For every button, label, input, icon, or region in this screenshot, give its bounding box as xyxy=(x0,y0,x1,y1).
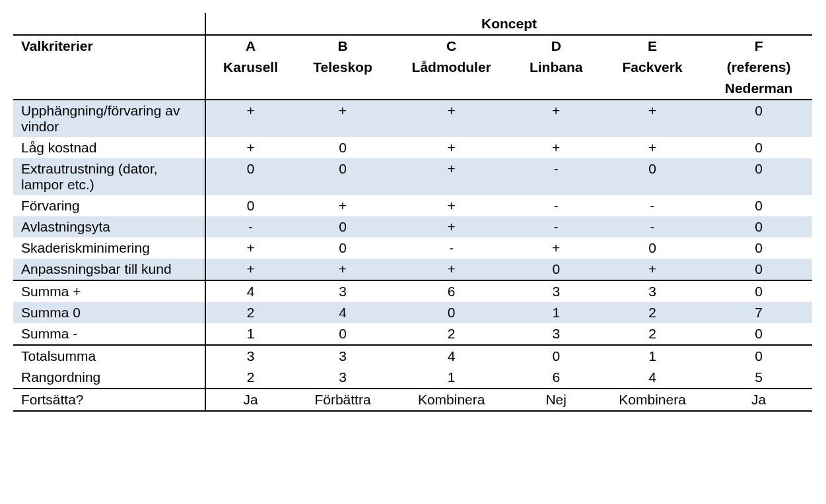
sum-zero-value: 4 xyxy=(295,302,390,323)
col-name-E: Fackverk xyxy=(600,57,705,78)
criteria-value: 0 xyxy=(295,158,390,195)
rank-row: Rangordning 2 3 1 6 4 5 xyxy=(13,367,812,389)
sum-zero-value: 1 xyxy=(512,302,600,323)
sum-minus-value: 2 xyxy=(600,323,705,345)
criteria-label: Skaderiskminimering xyxy=(13,237,205,259)
continue-value: Ja xyxy=(705,389,812,411)
sum-zero-row: Summa 0 2 4 0 1 2 7 xyxy=(13,302,812,323)
col-letter-F: F xyxy=(705,35,812,57)
criteria-value: + xyxy=(390,216,513,237)
valkriterier-header: Valkriterier xyxy=(13,35,205,57)
criteria-value: - xyxy=(512,216,600,237)
criteria-value: + xyxy=(205,137,295,158)
criteria-value: + xyxy=(512,137,600,158)
sum-minus-row: Summa - 1 0 2 3 2 0 xyxy=(13,323,812,345)
col-extra-F: Nederman xyxy=(705,78,812,100)
continue-row: Fortsätta? Ja Förbättra Kombinera Nej Ko… xyxy=(13,389,812,411)
sum-plus-row: Summa + 4 3 6 3 3 0 xyxy=(13,280,812,302)
pugh-matrix-table: Koncept Valkriterier A B C D E F Karusel… xyxy=(13,13,812,412)
sum-zero-value: 0 xyxy=(390,302,513,323)
col-extra-B xyxy=(295,78,390,100)
criteria-value: - xyxy=(205,216,295,237)
continue-value: Nej xyxy=(512,389,600,411)
criteria-value: + xyxy=(390,158,513,195)
criteria-value: + xyxy=(295,100,390,137)
sum-zero-label: Summa 0 xyxy=(13,302,205,323)
criteria-value: 0 xyxy=(705,158,812,195)
col-letter-E: E xyxy=(600,35,705,57)
col-letter-B: B xyxy=(295,35,390,57)
col-name-F: (referens) xyxy=(705,57,812,78)
criteria-value: + xyxy=(390,195,513,216)
col-name-A: Karusell xyxy=(205,57,295,78)
criteria-row: Anpassningsbar till kund + + + 0 + 0 xyxy=(13,259,812,280)
criteria-value: - xyxy=(600,195,705,216)
criteria-row: Upphängning/förvaring av vindor + + + + … xyxy=(13,100,812,137)
criteria-value: 0 xyxy=(295,237,390,259)
col-extra-C xyxy=(390,78,513,100)
criteria-row: Låg kostnad + 0 + + + 0 xyxy=(13,137,812,158)
sum-minus-value: 0 xyxy=(705,323,812,345)
criteria-value: 0 xyxy=(705,237,812,259)
col-letter-A: A xyxy=(205,35,295,57)
criteria-value: 0 xyxy=(295,137,390,158)
rank-value: 1 xyxy=(390,367,513,389)
header-blank-2 xyxy=(13,57,205,78)
criteria-row: Skaderiskminimering + 0 - + 0 0 xyxy=(13,237,812,259)
criteria-row: Förvaring 0 + + - - 0 xyxy=(13,195,812,216)
criteria-value: + xyxy=(600,259,705,280)
criteria-value: - xyxy=(390,237,513,259)
continue-value: Kombinera xyxy=(390,389,513,411)
sum-minus-value: 3 xyxy=(512,323,600,345)
total-value: 4 xyxy=(390,345,513,367)
criteria-label: Extrautrustning (dator, lampor etc.) xyxy=(13,158,205,195)
total-value: 0 xyxy=(512,345,600,367)
sum-plus-value: 3 xyxy=(295,280,390,302)
sum-minus-value: 2 xyxy=(390,323,513,345)
criteria-label: Anpassningsbar till kund xyxy=(13,259,205,280)
criteria-value: + xyxy=(205,100,295,137)
col-name-B: Teleskop xyxy=(295,57,390,78)
total-label: Totalsumma xyxy=(13,345,205,367)
criteria-row: Avlastningsyta - 0 + - - 0 xyxy=(13,216,812,237)
rank-value: 4 xyxy=(600,367,705,389)
continue-value: Kombinera xyxy=(600,389,705,411)
sum-plus-value: 6 xyxy=(390,280,513,302)
sum-minus-value: 0 xyxy=(295,323,390,345)
criteria-value: 0 xyxy=(705,195,812,216)
sum-plus-value: 4 xyxy=(205,280,295,302)
criteria-value: + xyxy=(390,137,513,158)
sum-plus-value: 3 xyxy=(512,280,600,302)
criteria-value: + xyxy=(205,259,295,280)
col-name-C: Lådmoduler xyxy=(390,57,513,78)
rank-label: Rangordning xyxy=(13,367,205,389)
sum-zero-value: 2 xyxy=(600,302,705,323)
criteria-value: 0 xyxy=(600,237,705,259)
sum-plus-value: 0 xyxy=(705,280,812,302)
total-value: 0 xyxy=(705,345,812,367)
criteria-value: - xyxy=(512,158,600,195)
koncept-header: Koncept xyxy=(205,13,812,35)
sum-zero-value: 7 xyxy=(705,302,812,323)
col-extra-D xyxy=(512,78,600,100)
sum-minus-value: 1 xyxy=(205,323,295,345)
criteria-label: Avlastningsyta xyxy=(13,216,205,237)
header-blank xyxy=(13,13,205,35)
criteria-value: 0 xyxy=(705,100,812,137)
rank-value: 6 xyxy=(512,367,600,389)
total-value: 3 xyxy=(295,345,390,367)
continue-label: Fortsätta? xyxy=(13,389,205,411)
col-letter-D: D xyxy=(512,35,600,57)
rank-value: 5 xyxy=(705,367,812,389)
col-name-D: Linbana xyxy=(512,57,600,78)
criteria-value: - xyxy=(600,216,705,237)
col-extra-A xyxy=(205,78,295,100)
criteria-value: + xyxy=(205,237,295,259)
criteria-value: 0 xyxy=(705,216,812,237)
criteria-value: + xyxy=(390,259,513,280)
total-value: 1 xyxy=(600,345,705,367)
criteria-value: 0 xyxy=(512,259,600,280)
continue-value: Ja xyxy=(205,389,295,411)
criteria-value: 0 xyxy=(205,195,295,216)
criteria-value: + xyxy=(390,100,513,137)
